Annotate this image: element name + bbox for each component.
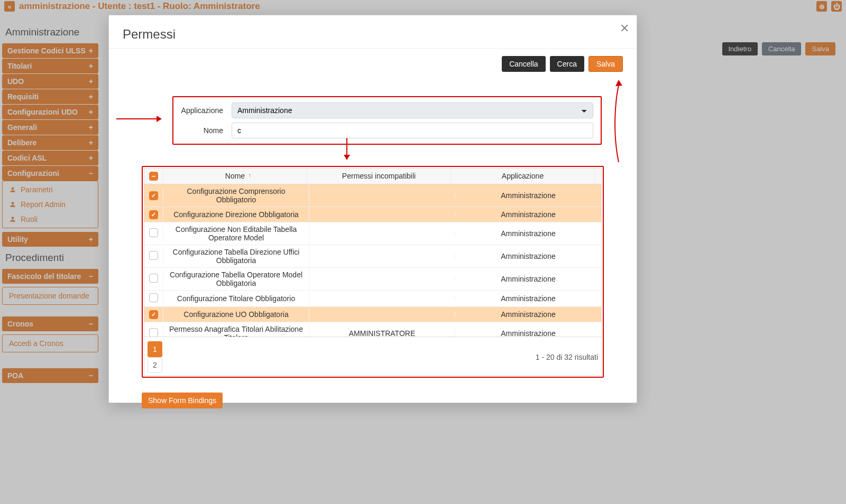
modal-title: Permessi [123,27,623,42]
plus-icon: + [89,154,93,162]
power-icon[interactable]: ⏻ [831,1,842,12]
sidebar-item-poa[interactable]: POA− [2,368,98,383]
select-all-checkbox[interactable] [149,172,158,181]
submenu-fascicolo: Presentazione domande [2,287,98,305]
modal-cerca-button[interactable]: Cerca [550,56,584,72]
sidebar-item-2[interactable]: UDO+ [2,74,98,89]
salva-button[interactable]: Salva [805,42,835,55]
plus-icon: + [89,92,93,101]
submenu-item-accedi-cronos[interactable]: Accedi a Cronos [5,338,96,349]
sidebar-item-1[interactable]: Titolari+ [2,59,98,73]
cell-app: Amministrazione [455,227,601,240]
app-title: amministrazione - Utente : test1 - Ruolo… [19,1,260,12]
cell-incompat [309,231,455,236]
table-row[interactable]: Configurazione Titolare ObbligatorioAmmi… [144,291,601,307]
table-row[interactable]: Configurazione UO ObbligatoriaAmministra… [144,307,601,322]
cell-nome: Configurazione Direzione Obbligatoria [163,208,309,221]
sidebar-item-0[interactable]: Gestione Codici ULSS+ [2,43,98,58]
cell-nome: Configurazione Titolare Obbligatorio [163,292,309,305]
nome-label: Nome [181,126,223,135]
sidebar-item-cronos[interactable]: Cronos− [2,316,98,331]
modal-salva-button[interactable]: Salva [588,56,623,72]
plus-icon: + [89,138,93,147]
submenu-cronos: Accedi a Cronos [2,334,98,352]
sidebar-item-3[interactable]: Requisiti+ [2,89,98,104]
plus-icon: + [89,46,93,55]
sidebar-item-fascicolo[interactable]: Fascicolo del titolare− [2,269,98,284]
table-row[interactable]: Configurazione Comprensorio Obbligatorio… [144,184,601,207]
applicazione-select[interactable]: Amministrazione [232,102,593,118]
sidebar: Amministrazione Gestione Codici ULSS+Tit… [2,24,98,383]
cell-incompat [309,296,455,301]
table-row[interactable]: Permesso Anagrafica Titolari Abilitazion… [144,322,601,337]
row-checkbox[interactable] [149,274,158,283]
sidebar-item-5[interactable]: Generali+ [2,120,98,135]
submenu-item[interactable]: Parametri [5,184,96,195]
col-nome[interactable]: Nome↑ [163,169,307,184]
cell-nome: Permesso Anagrafica Titolari Abilitazion… [163,322,309,337]
cell-incompat [309,254,455,259]
row-checkbox[interactable] [149,228,158,237]
cell-incompat [309,276,455,282]
minus-icon: − [89,371,93,380]
submenu-item[interactable]: Report Admin [5,199,96,210]
collapse-sidebar-button[interactable]: « [4,1,15,12]
sidebar-item-8[interactable]: Configurazioni− [2,166,98,181]
show-form-bindings-button[interactable]: Show Form Bindings [142,393,223,408]
sidebar-item-utility[interactable]: Utility+ [2,232,98,247]
page-2[interactable]: 2 [148,357,162,373]
cell-incompat [309,312,455,317]
cancella-button[interactable]: Cancella [762,42,802,55]
row-checkbox[interactable] [149,310,158,319]
annotation-arrow-down [342,138,352,160]
row-checkbox[interactable] [149,191,158,200]
sidebar-item-4[interactable]: Configurazioni UDO+ [2,105,98,119]
sidebar-item-6[interactable]: Delibere+ [2,135,98,150]
close-icon[interactable]: ✕ [620,22,629,35]
cell-nome: Configurazione Tabella Operatore Model O… [163,268,309,290]
cell-app: Amministrazione [455,272,601,286]
plus-icon: + [89,108,93,116]
sidebar-item-7[interactable]: Codici ASL+ [2,151,98,165]
user-icon [9,201,16,208]
plus-icon: + [89,62,93,70]
modal-cancella-button[interactable]: Cancella [502,56,545,72]
cell-app: Amministrazione [455,208,601,221]
cell-app: Amministrazione [455,189,601,202]
col-app[interactable]: Applicazione [451,169,595,184]
cell-nome: Configurazione Non Editabile Tabella Ope… [163,222,309,245]
top-bar: « amministrazione - Utente : test1 - Ruo… [0,0,846,13]
submenu-item[interactable]: Ruoli [5,214,96,225]
table-row[interactable]: Configurazione Tabella Operatore Model O… [144,268,601,291]
row-checkbox[interactable] [149,210,158,219]
indietro-button[interactable]: Indietro [722,42,758,55]
minus-icon: − [89,169,93,178]
filter-frame: Applicazione Amministrazione Nome [172,96,602,145]
cell-app: Amministrazione [455,307,601,321]
grid-header: Nome↑ Permessi incompatibili Applicazion… [144,169,601,184]
nome-input[interactable] [232,123,593,138]
plus-icon: + [89,235,93,244]
row-checkbox[interactable] [149,328,158,337]
page-1[interactable]: 1 [148,341,162,357]
sort-asc-icon: ↑ [248,172,251,179]
modal-actions: Cancella Cerca Salva [123,56,623,72]
applicazione-label: Applicazione [181,106,223,115]
cell-nome: Configurazione Tabella Direzione Uffici … [163,245,309,267]
submenu-item-presentazione[interactable]: Presentazione domande [5,291,96,301]
submenu-configurazioni: ParametriReport AdminRuoli [2,181,98,228]
row-checkbox[interactable] [149,251,158,260]
cell-nome: Configurazione Comprensorio Obbligatorio [163,184,309,207]
plus-icon: + [89,123,93,132]
globe-icon[interactable]: ⊕ [816,1,827,12]
minus-icon: − [89,272,93,281]
cell-app: Amministrazione [455,326,601,337]
col-incompat[interactable]: Permessi incompatibili [307,169,451,184]
grid-body: Configurazione Comprensorio Obbligatorio… [144,184,601,337]
background-actions: Indietro Cancella Salva [722,42,836,55]
table-row[interactable]: Configurazione Direzione ObbligatoriaAmm… [144,207,601,222]
table-row[interactable]: Configurazione Tabella Direzione Uffici … [144,245,601,268]
annotation-arrow-filter [116,114,162,124]
row-checkbox[interactable] [149,293,158,302]
table-row[interactable]: Configurazione Non Editabile Tabella Ope… [144,222,601,245]
